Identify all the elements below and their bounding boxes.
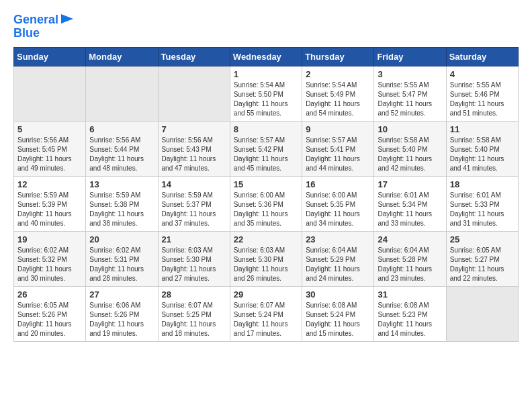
day-info: Sunrise: 6:03 AM Sunset: 5:30 PM Dayligh… xyxy=(162,246,226,283)
weekday-header: Thursday xyxy=(302,47,374,66)
day-info: Sunrise: 5:57 AM Sunset: 5:41 PM Dayligh… xyxy=(306,136,370,173)
day-info: Sunrise: 5:56 AM Sunset: 5:44 PM Dayligh… xyxy=(89,136,154,173)
weekday-header: Monday xyxy=(86,47,158,66)
logo-text-blue: Blue xyxy=(13,27,40,40)
calendar-cell: 27Sunrise: 6:06 AM Sunset: 5:26 PM Dayli… xyxy=(86,286,158,341)
day-number: 15 xyxy=(234,179,298,189)
day-number: 13 xyxy=(89,179,154,189)
svg-marker-0 xyxy=(61,14,73,24)
day-info: Sunrise: 6:02 AM Sunset: 5:31 PM Dayligh… xyxy=(89,246,154,283)
day-info: Sunrise: 6:08 AM Sunset: 5:24 PM Dayligh… xyxy=(306,301,370,338)
day-number: 3 xyxy=(378,69,442,79)
day-info: Sunrise: 5:59 AM Sunset: 5:37 PM Dayligh… xyxy=(162,191,226,228)
day-number: 8 xyxy=(234,124,298,134)
logo-text: General xyxy=(13,13,58,27)
calendar-cell: 13Sunrise: 5:59 AM Sunset: 5:38 PM Dayli… xyxy=(86,176,158,231)
calendar-cell: 3Sunrise: 5:55 AM Sunset: 5:47 PM Daylig… xyxy=(374,66,446,121)
calendar-cell: 11Sunrise: 5:58 AM Sunset: 5:40 PM Dayli… xyxy=(446,121,518,176)
day-number: 21 xyxy=(162,234,226,244)
calendar-week-row: 1Sunrise: 5:54 AM Sunset: 5:50 PM Daylig… xyxy=(14,66,519,121)
day-number: 19 xyxy=(17,234,82,244)
weekday-header: Friday xyxy=(374,47,446,66)
day-info: Sunrise: 6:02 AM Sunset: 5:32 PM Dayligh… xyxy=(17,246,82,283)
day-number: 18 xyxy=(450,179,515,189)
calendar-week-row: 5Sunrise: 5:56 AM Sunset: 5:45 PM Daylig… xyxy=(14,121,519,176)
day-number: 17 xyxy=(378,179,442,189)
day-number: 30 xyxy=(306,289,370,300)
day-info: Sunrise: 5:54 AM Sunset: 5:50 PM Dayligh… xyxy=(234,81,298,118)
calendar-cell: 7Sunrise: 5:56 AM Sunset: 5:43 PM Daylig… xyxy=(158,121,230,176)
day-info: Sunrise: 5:55 AM Sunset: 5:46 PM Dayligh… xyxy=(450,81,515,118)
calendar-cell: 12Sunrise: 5:59 AM Sunset: 5:39 PM Dayli… xyxy=(14,176,86,231)
weekday-header: Sunday xyxy=(14,47,86,66)
day-number: 20 xyxy=(89,234,154,244)
logo: General Blue xyxy=(13,13,73,40)
day-number: 6 xyxy=(89,124,154,134)
day-info: Sunrise: 6:01 AM Sunset: 5:33 PM Dayligh… xyxy=(450,191,515,228)
page-header: General Blue xyxy=(13,13,519,40)
day-info: Sunrise: 6:05 AM Sunset: 5:27 PM Dayligh… xyxy=(450,246,515,283)
day-number: 4 xyxy=(450,69,515,79)
day-number: 1 xyxy=(234,69,298,79)
weekday-header: Wednesday xyxy=(230,47,302,66)
calendar-week-row: 19Sunrise: 6:02 AM Sunset: 5:32 PM Dayli… xyxy=(14,231,519,286)
calendar-cell: 26Sunrise: 6:05 AM Sunset: 5:26 PM Dayli… xyxy=(14,286,86,341)
day-number: 12 xyxy=(17,179,82,189)
day-info: Sunrise: 6:00 AM Sunset: 5:35 PM Dayligh… xyxy=(306,191,370,228)
calendar-cell: 6Sunrise: 5:56 AM Sunset: 5:44 PM Daylig… xyxy=(86,121,158,176)
day-number: 7 xyxy=(162,124,226,134)
calendar-cell: 18Sunrise: 6:01 AM Sunset: 5:33 PM Dayli… xyxy=(446,176,518,231)
day-info: Sunrise: 5:54 AM Sunset: 5:49 PM Dayligh… xyxy=(306,81,370,118)
day-info: Sunrise: 5:58 AM Sunset: 5:40 PM Dayligh… xyxy=(378,136,442,173)
day-number: 14 xyxy=(162,179,226,189)
day-number: 31 xyxy=(378,289,442,300)
calendar-cell: 23Sunrise: 6:04 AM Sunset: 5:29 PM Dayli… xyxy=(302,231,374,286)
day-info: Sunrise: 5:59 AM Sunset: 5:39 PM Dayligh… xyxy=(17,191,82,228)
calendar-cell: 10Sunrise: 5:58 AM Sunset: 5:40 PM Dayli… xyxy=(374,121,446,176)
calendar-cell xyxy=(14,66,86,121)
day-number: 24 xyxy=(378,234,442,244)
calendar-table: SundayMondayTuesdayWednesdayThursdayFrid… xyxy=(13,47,519,342)
day-info: Sunrise: 6:07 AM Sunset: 5:24 PM Dayligh… xyxy=(234,301,298,338)
calendar-cell xyxy=(158,66,230,121)
calendar-cell: 21Sunrise: 6:03 AM Sunset: 5:30 PM Dayli… xyxy=(158,231,230,286)
calendar-cell: 15Sunrise: 6:00 AM Sunset: 5:36 PM Dayli… xyxy=(230,176,302,231)
calendar-cell: 24Sunrise: 6:04 AM Sunset: 5:28 PM Dayli… xyxy=(374,231,446,286)
calendar-cell: 29Sunrise: 6:07 AM Sunset: 5:24 PM Dayli… xyxy=(230,286,302,341)
calendar-cell: 19Sunrise: 6:02 AM Sunset: 5:32 PM Dayli… xyxy=(14,231,86,286)
day-number: 29 xyxy=(234,289,298,300)
day-number: 25 xyxy=(450,234,515,244)
calendar-cell: 5Sunrise: 5:56 AM Sunset: 5:45 PM Daylig… xyxy=(14,121,86,176)
calendar-cell: 17Sunrise: 6:01 AM Sunset: 5:34 PM Dayli… xyxy=(374,176,446,231)
day-info: Sunrise: 6:04 AM Sunset: 5:29 PM Dayligh… xyxy=(306,246,370,283)
day-info: Sunrise: 5:55 AM Sunset: 5:47 PM Dayligh… xyxy=(378,81,442,118)
day-info: Sunrise: 6:04 AM Sunset: 5:28 PM Dayligh… xyxy=(378,246,442,283)
calendar-week-row: 26Sunrise: 6:05 AM Sunset: 5:26 PM Dayli… xyxy=(14,286,519,341)
calendar-header-row: SundayMondayTuesdayWednesdayThursdayFrid… xyxy=(14,47,519,66)
calendar-cell: 22Sunrise: 6:03 AM Sunset: 5:30 PM Dayli… xyxy=(230,231,302,286)
day-number: 26 xyxy=(17,289,82,300)
day-number: 10 xyxy=(378,124,442,134)
day-number: 5 xyxy=(17,124,82,134)
calendar-cell: 16Sunrise: 6:00 AM Sunset: 5:35 PM Dayli… xyxy=(302,176,374,231)
day-info: Sunrise: 6:03 AM Sunset: 5:30 PM Dayligh… xyxy=(234,246,298,283)
calendar-cell: 14Sunrise: 5:59 AM Sunset: 5:37 PM Dayli… xyxy=(158,176,230,231)
day-number: 28 xyxy=(162,289,226,300)
day-info: Sunrise: 6:07 AM Sunset: 5:25 PM Dayligh… xyxy=(162,301,226,338)
calendar-cell: 31Sunrise: 6:08 AM Sunset: 5:23 PM Dayli… xyxy=(374,286,446,341)
day-info: Sunrise: 5:57 AM Sunset: 5:42 PM Dayligh… xyxy=(234,136,298,173)
day-number: 27 xyxy=(89,289,154,300)
calendar-cell: 20Sunrise: 6:02 AM Sunset: 5:31 PM Dayli… xyxy=(86,231,158,286)
day-number: 16 xyxy=(306,179,370,189)
day-info: Sunrise: 5:56 AM Sunset: 5:45 PM Dayligh… xyxy=(17,136,82,173)
day-info: Sunrise: 6:06 AM Sunset: 5:26 PM Dayligh… xyxy=(89,301,154,338)
weekday-header: Tuesday xyxy=(158,47,230,66)
day-number: 22 xyxy=(234,234,298,244)
day-info: Sunrise: 6:08 AM Sunset: 5:23 PM Dayligh… xyxy=(378,301,442,338)
day-info: Sunrise: 5:56 AM Sunset: 5:43 PM Dayligh… xyxy=(162,136,226,173)
day-info: Sunrise: 6:05 AM Sunset: 5:26 PM Dayligh… xyxy=(17,301,82,338)
day-info: Sunrise: 6:01 AM Sunset: 5:34 PM Dayligh… xyxy=(378,191,442,228)
day-number: 9 xyxy=(306,124,370,134)
calendar-cell: 25Sunrise: 6:05 AM Sunset: 5:27 PM Dayli… xyxy=(446,231,518,286)
calendar-cell: 8Sunrise: 5:57 AM Sunset: 5:42 PM Daylig… xyxy=(230,121,302,176)
